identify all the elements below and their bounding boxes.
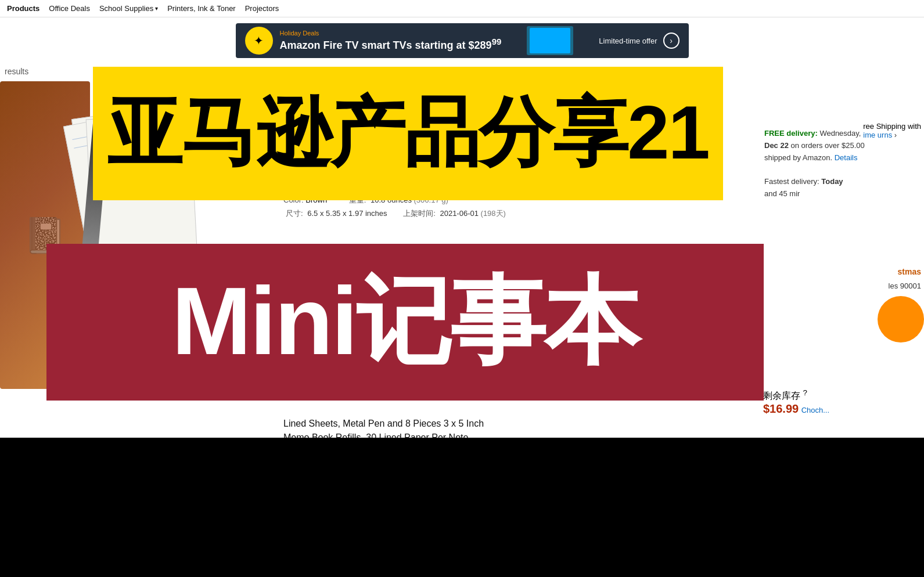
desc-line1: Lined Sheets, Metal Pen and 8 Pieces 3 x… [283,419,484,428]
nav-label-office-deals: Office Deals [49,4,90,13]
orange-circle [878,296,924,342]
ad-text-prefix: Amazon Fire TV smart TVs starting at [280,39,469,51]
bottom-bar [0,438,924,577]
nav-item-projectors[interactable]: Projectors [240,0,284,17]
ad-text-block: Holiday Deals Amazon Fire TV smart TVs s… [280,30,502,52]
christmas-text: stmas [898,267,921,276]
free-delivery-label: FREE delivery: [764,129,818,138]
size-value: 6.5 x 5.35 x 1.97 inches [307,209,387,218]
details-link[interactable]: Details [835,153,858,162]
ad-logo-icon: ✦ [245,27,273,55]
size-chinese-label: 尺寸: [286,209,303,218]
free-shipping-text: ree Shipping with ime urns › [863,122,921,139]
ad-holiday-label: Holiday Deals [280,30,502,37]
ad-price: $289 [469,39,492,51]
prime-link[interactable]: ime [863,131,875,139]
nav-item-school-supplies[interactable]: School Supplies ▾ [95,0,163,17]
nav-label-school-supplies: School Supplies [99,4,153,13]
fastest-value: Today [821,177,843,186]
nav-label-printers: Printers, Ink & Toner [167,4,236,13]
delivery-detail: Wednesday, [819,129,861,138]
chevron-down-icon: ▾ [155,5,158,12]
ad-cta-text: Limited-time offer [599,37,657,45]
ad-tv-screen [530,28,570,53]
stock-text: 剩余库存 ? [763,391,807,401]
location-text: les 90001 [889,282,921,290]
price-value: $16.99 [763,402,799,415]
date-chinese-label: 上架时间: [403,209,436,218]
overlay-red-banner: Mini记事本 [46,244,764,401]
seller-name[interactable]: Choch... [801,406,829,414]
navigation-bar: Products Office Deals School Supplies ▾ … [0,0,924,17]
ad-price-sup: 99 [492,37,502,46]
nav-item-products[interactable]: Products [2,0,44,17]
ad-banner-right: Limited-time offer › [599,33,679,49]
overlay-red-text: Mini记事本 [172,258,639,387]
returns-link[interactable]: urns [878,131,894,139]
ad-banner-left: ✦ Holiday Deals Amazon Fire TV smart TVs… [245,27,502,55]
nav-item-printers[interactable]: Printers, Ink & Toner [163,0,240,17]
price-area: 剩余库存 ? $16.99 Choch... [758,384,924,420]
delivery-threshold: on orders over $25.00 [791,141,865,150]
ad-chevron-icon[interactable]: › [663,33,679,49]
free-shipping-label: ree Shipping with [863,122,921,131]
ad-main-text: Amazon Fire TV smart TVs starting at $28… [280,37,502,52]
results-text: results [5,67,28,76]
date-section: 上架时间: 2021-06-01 (198天) [401,209,506,218]
nav-label-projectors: Projectors [245,4,279,13]
nav-label-products: Products [7,4,39,13]
detail-size: 尺寸: 6.5 x 5.35 x 1.97 inches 上架时间: 2021-… [283,208,669,219]
fastest-label: Fastest delivery: [764,177,819,186]
overlay-yellow-text: 亚马逊产品分享21 [107,82,709,185]
shipped-by: shipped by Amazon. [764,153,832,162]
date-value: 2021-06-01 [440,209,479,218]
overlay-yellow-banner: 亚马逊产品分享21 [93,67,723,200]
ad-banner[interactable]: ✦ Holiday Deals Amazon Fire TV smart TVs… [236,23,689,58]
date-days: (198天) [481,209,506,218]
time-remaining: and 45 mir [764,189,800,198]
stock-label: 剩余库存 [763,391,800,401]
ad-tv-image [527,26,573,55]
results-label: results [5,67,28,76]
stock-icon: ? [803,388,807,397]
nav-item-office-deals[interactable]: Office Deals [44,0,95,17]
delivery-date: Dec 22 [764,141,789,150]
main-content: ✦ Holiday Deals Amazon Fire TV smart TVs… [0,17,924,577]
